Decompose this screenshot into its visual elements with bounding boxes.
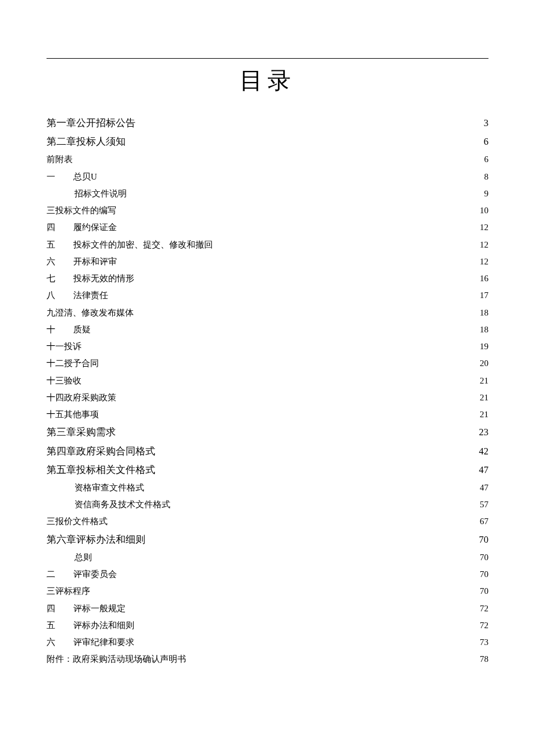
toc-label: 开标和评审 [73,253,117,270]
toc-page-number: 20 [475,355,488,372]
toc-entry[interactable]: 三评标程序70 [47,583,488,600]
toc-entry[interactable]: 三投标文件的编写10 [47,202,488,219]
toc-prefix: 六 [47,253,73,270]
toc-label: 十一投诉 [47,338,81,355]
toc-page-number: 78 [475,651,488,668]
toc-label: 资格审查文件格式 [74,479,144,496]
toc-label: 十三验收 [47,372,81,389]
toc-page-number: 70 [475,549,488,566]
toc-page-number: 73 [475,634,488,651]
toc-page-number: 47 [475,479,488,496]
toc-page-number: 70 [475,531,488,549]
toc-entry[interactable]: 附件：政府采购活动现场确认声明书78 [47,651,488,668]
toc-label: 三评标程序 [47,583,90,600]
toc-label: 评标一般规定 [73,600,126,617]
toc-entry[interactable]: 第六章评标办法和细则70 [47,531,488,549]
toc-label: 质疑 [73,321,91,338]
toc-label: 资信商务及技术文件格式 [74,496,170,513]
toc-label: 投标文件的加密、提交、修改和撤回 [73,237,213,253]
toc-page-number: 12 [475,237,488,253]
toc-label: 法律责任 [73,287,108,304]
toc-entry[interactable]: 五评标办法和细则72 [47,617,488,634]
toc-entry[interactable]: 第二章投标人须知6 [47,132,488,151]
toc-page-number: 57 [475,496,488,513]
toc-page-number: 67 [475,513,488,530]
toc-page-number: 10 [475,202,488,219]
toc-entry[interactable]: 五投标文件的加密、提交、修改和撤回12 [47,237,488,253]
toc-prefix: 四 [47,219,73,236]
toc-entry[interactable]: 四评标一般规定72 [47,600,488,617]
toc-prefix: 七 [47,270,73,287]
toc-label: 评标办法和细则 [73,617,134,634]
toc-entry[interactable]: 十五其他事项21 [47,406,488,423]
toc-entry[interactable]: 十三验收21 [47,372,488,389]
document-page: 目录 第一章公开招标公告3第二章投标人须知6前附表6一总贝U8招标文件说明9三投… [0,0,535,703]
toc-label: 附件：政府采购活动现场确认声明书 [47,651,186,668]
toc-page-number: 17 [475,287,488,304]
toc-prefix: 十 [47,321,73,338]
toc-prefix: 四 [47,600,73,617]
toc-entry[interactable]: 十二授予合同20 [47,355,488,372]
toc-entry[interactable]: 九澄清、修改发布媒体18 [47,304,488,321]
toc-prefix: 二 [47,566,73,583]
toc-label: 三报价文件格式 [47,513,108,530]
toc-page-number: 16 [475,270,488,287]
toc-page-number: 42 [475,442,488,461]
toc-page-number: 6 [475,132,488,151]
toc-entry[interactable]: 总则70 [47,549,488,566]
toc-entry[interactable]: 资信商务及技术文件格式57 [47,496,488,513]
toc-label: 十五其他事项 [47,406,99,423]
toc-page-number: 70 [475,583,488,600]
toc-entry[interactable]: 六评审纪律和要求73 [47,634,488,651]
toc-entry[interactable]: 一总贝U8 [47,169,488,185]
toc-page-number: 23 [475,423,488,442]
toc-label: 投标无效的情形 [73,270,134,287]
toc-entry[interactable]: 六开标和评审12 [47,253,488,270]
toc-entry[interactable]: 资格审查文件格式47 [47,479,488,496]
toc-entry[interactable]: 四履约保证金12 [47,219,488,236]
toc-prefix: 五 [47,617,73,634]
toc-label: 评审委员会 [73,566,117,583]
toc-label: 第三章采购需求 [47,423,116,442]
toc-entry[interactable]: 第一章公开招标公告3 [47,114,488,132]
toc-page-number: 12 [475,219,488,236]
toc-page-number: 21 [475,389,488,406]
toc-label: 第二章投标人须知 [47,132,126,151]
toc-label: 十四政府采购政策 [47,389,116,406]
toc-page-number: 72 [475,600,488,617]
toc-title: 目录 [47,65,488,96]
toc-page-number: 72 [475,617,488,634]
toc-label: 第六章评标办法和细则 [47,531,145,549]
toc-entry[interactable]: 第五章投标相关文件格式47 [47,461,488,479]
toc-page-number: 21 [475,406,488,423]
toc-label: 三投标文件的编写 [47,202,116,219]
toc-label: 前附表 [47,151,73,168]
toc-entry[interactable]: 第四章政府采购合同格式42 [47,442,488,461]
toc-entry[interactable]: 三报价文件格式67 [47,513,488,530]
toc-page-number: 18 [475,321,488,338]
toc-entry[interactable]: 二评审委员会70 [47,566,488,583]
toc-page-number: 3 [475,114,488,132]
toc-label: 总贝U [73,169,97,185]
toc-page-number: 47 [475,461,488,479]
toc-page-number: 6 [475,151,488,168]
toc-entry[interactable]: 八法律责任17 [47,287,488,304]
toc-label: 履约保证金 [73,219,117,236]
toc-label: 十二授予合同 [47,355,99,372]
toc-entry[interactable]: 招标文件说明9 [47,185,488,202]
toc-page-number: 8 [475,169,488,185]
toc-prefix: 八 [47,287,73,304]
toc-entry[interactable]: 十一投诉19 [47,338,488,355]
toc-page-number: 19 [475,338,488,355]
toc-entry[interactable]: 七投标无效的情形16 [47,270,488,287]
toc-entry[interactable]: 前附表6 [47,151,488,168]
toc-page-number: 18 [475,304,488,321]
toc-entry[interactable]: 十四政府采购政策21 [47,389,488,406]
toc-page-number: 70 [475,566,488,583]
toc-entry[interactable]: 十质疑18 [47,321,488,338]
toc-page-number: 12 [475,253,488,270]
toc-label: 评审纪律和要求 [73,634,134,651]
toc-page-number: 9 [475,185,488,202]
toc-label: 总则 [74,549,92,566]
toc-entry[interactable]: 第三章采购需求23 [47,423,488,442]
